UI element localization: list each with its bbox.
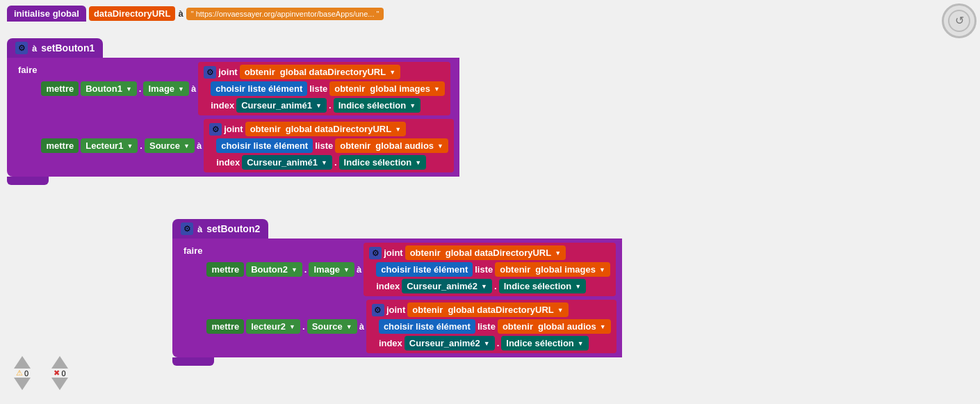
- row2-choisir: choisir liste élément: [216, 138, 313, 153]
- row1-joint-top: ⚙ joint obtenir global dataDirectoryURL …: [204, 65, 445, 79]
- row2-choisir-row: choisir liste élément liste obtenir glob…: [216, 138, 448, 153]
- row2-cursor[interactable]: Curseur_animé1 ▼: [242, 155, 332, 170]
- error-count: 0: [61, 369, 65, 378]
- row1-choisir-row: choisir liste élément liste obtenir glob…: [211, 81, 445, 96]
- e2-r2-cursor[interactable]: Curseur_animé2 ▼: [405, 336, 495, 350]
- row2-component[interactable]: Lecteur1 ▼: [81, 138, 138, 153]
- e2-r2-indice[interactable]: Indice sélection ▼: [501, 336, 588, 350]
- e2-row1-mettre: mettre: [206, 262, 244, 277]
- row2-obtenir2[interactable]: obtenir global audios ▼: [335, 138, 448, 153]
- e2-row2-mettre: mettre: [206, 319, 244, 334]
- row2-obtenir[interactable]: obtenir global dataDirectoryURL ▼: [245, 122, 406, 136]
- row2-indice[interactable]: Indice sélection ▼: [339, 155, 426, 170]
- error-up-arrow: [51, 356, 68, 369]
- event1-container: ⚙ à setBouton1 faire mettre: [7, 38, 459, 185]
- row1-joint-label: joint: [218, 67, 237, 77]
- row2-mettre: mettre: [41, 138, 79, 153]
- event2-rows: mettre Bouton2 ▼ . Image ▼ à: [206, 243, 616, 353]
- event1-hat[interactable]: ⚙ à setBouton1: [7, 38, 103, 58]
- bottom-status-bar: ⚠ 0 ✖ 0: [14, 356, 68, 390]
- e2-row2-property[interactable]: Source ▼: [307, 319, 357, 334]
- event2-handler: setBouton2: [206, 223, 260, 234]
- event2-container: ⚙ à setBouton2 faire mettre Bout: [172, 219, 622, 366]
- init-global-block: initialise global dataDirectoryURL à " h…: [7, 6, 384, 22]
- e2-row2-component[interactable]: lecteur2 ▼: [246, 319, 300, 334]
- e2-r2-obtenir2[interactable]: obtenir global audios ▼: [498, 319, 611, 334]
- canvas: ↺ initialise global dataDirectoryURL à "…: [0, 0, 980, 404]
- e2-r1-obtenir[interactable]: obtenir global dataDirectoryURL ▼: [405, 245, 566, 260]
- event1-handler: setBouton1: [41, 42, 95, 54]
- svg-text:↺: ↺: [955, 15, 964, 26]
- e2-row1-component[interactable]: Bouton2 ▼: [246, 262, 302, 277]
- event1-row2: mettre Lecteur1 ▼ . Source ▼ à: [41, 119, 454, 172]
- error-icon: ✖: [54, 369, 60, 378]
- row2-joint-gear: ⚙: [209, 123, 222, 136]
- row1-indice[interactable]: Indice sélection ▼: [334, 98, 420, 113]
- error-group: ✖ 0: [51, 356, 68, 390]
- row1-property[interactable]: Image ▼: [143, 81, 189, 96]
- event2-a: à: [197, 224, 202, 234]
- event1-faire-row: faire mettre Bouton1 ▼ .: [18, 62, 454, 172]
- event2-gear-icon: ⚙: [181, 223, 193, 235]
- event2-row1: mettre Bouton2 ▼ . Image ▼ à: [206, 243, 616, 296]
- row1-choisir: choisir liste élément: [211, 81, 307, 96]
- event1-body: faire mettre Bouton1 ▼ .: [7, 58, 459, 177]
- row2-index-row: index Curseur_animé1 ▼ . Indice sélectio…: [216, 155, 448, 170]
- row1-obtenir[interactable]: obtenir global dataDirectoryURL ▼: [240, 65, 400, 79]
- top-right-icon: ↺: [942, 3, 977, 38]
- error-down-arrow: [51, 378, 68, 390]
- row1-obtenir2[interactable]: obtenir global images ▼: [329, 81, 445, 96]
- e2-row1-joint-block: ⚙ joint obtenir global dataDirectoryURL …: [364, 243, 616, 296]
- event2-faire-label: faire: [183, 245, 202, 256]
- warning-icon: ⚠: [16, 369, 23, 378]
- warning-down-arrow: [14, 378, 31, 390]
- warning-count: 0: [24, 369, 28, 378]
- event2-row2: mettre lecteur2 ▼ . Source ▼ à: [206, 300, 616, 353]
- warning-up-arrow: [14, 356, 31, 369]
- event2-hat[interactable]: ⚙ à setBouton2: [172, 219, 268, 239]
- event2-faire-row: faire mettre Bouton2 ▼ .: [183, 243, 616, 353]
- url-value-block: " https://onvaessayer.org/appinventor/ba…: [186, 8, 384, 20]
- row1-component[interactable]: Bouton1 ▼: [81, 81, 137, 96]
- e2-row2-joint-block: ⚙ joint obtenir global dataDirectoryURL …: [366, 300, 616, 353]
- row1-cursor[interactable]: Curseur_animé1 ▼: [236, 98, 327, 113]
- e2-r1-cursor[interactable]: Curseur_animé2 ▼: [402, 279, 492, 293]
- row2-joint-block: ⚙ joint obtenir global dataDirectoryURL …: [204, 119, 454, 172]
- event1-rows: mettre Bouton1 ▼ . Image ▼ à: [41, 62, 454, 172]
- e2-r1-obtenir2[interactable]: obtenir global images ▼: [495, 262, 610, 277]
- event1-a: à: [32, 43, 37, 54]
- e2-r2-obtenir[interactable]: obtenir global dataDirectoryURL ▼: [407, 302, 568, 317]
- event1-faire-label: faire: [18, 65, 37, 75]
- row1-joint-block: ⚙ joint obtenir global dataDirectoryURL …: [198, 62, 450, 115]
- var-name-block[interactable]: dataDirectoryURL: [89, 6, 176, 21]
- init-label: initialise global: [7, 6, 86, 22]
- row2-joint-top: ⚙ joint obtenir global dataDirectoryURL …: [209, 122, 448, 136]
- row2-joint-label: joint: [224, 124, 243, 134]
- event1-row1: mettre Bouton1 ▼ . Image ▼ à: [41, 62, 454, 115]
- e2-r1-indice[interactable]: Indice sélection ▼: [499, 279, 586, 293]
- row2-property[interactable]: Source ▼: [145, 138, 195, 153]
- e2-row1-property[interactable]: Image ▼: [309, 262, 354, 277]
- event1-gear-icon: ⚙: [15, 42, 28, 54]
- row1-mettre: mettre: [41, 81, 79, 96]
- warning-group: ⚠ 0: [14, 356, 31, 390]
- row1-joint-gear: ⚙: [204, 66, 216, 79]
- row1-index-row: index Curseur_animé1 ▼ . Indice sélectio…: [211, 98, 445, 113]
- event2-footer: [172, 357, 214, 366]
- a-label: à: [178, 8, 183, 19]
- event1-footer: [7, 177, 49, 185]
- event2-body: faire mettre Bouton2 ▼ .: [172, 239, 622, 357]
